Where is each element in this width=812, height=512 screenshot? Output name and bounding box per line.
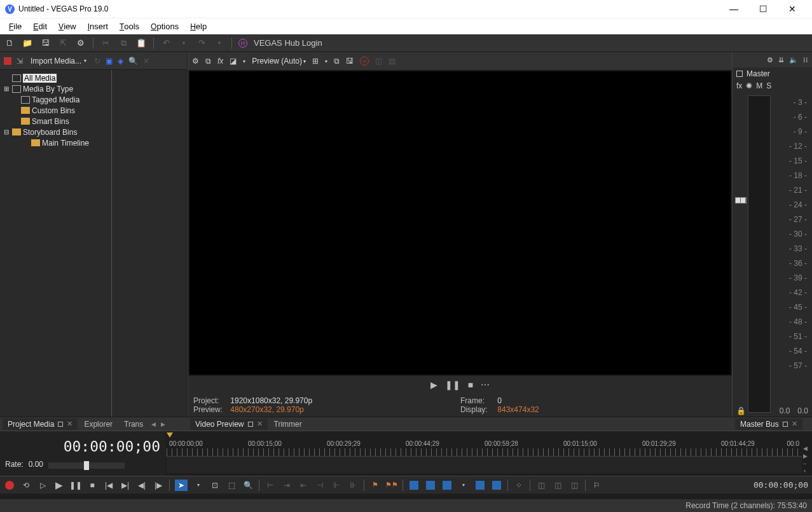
region-tool-icon[interactable]: ⚑⚑ (386, 481, 397, 489)
stop-icon[interactable]: ■ (468, 380, 473, 390)
tab-master-bus[interactable]: Master Bus ✕ (735, 419, 802, 430)
marker-tool-icon[interactable]: ⚑ (369, 481, 381, 489)
menu-file[interactable]: File (4, 20, 27, 32)
properties-icon[interactable]: ⚙ (75, 38, 86, 49)
snap-icon[interactable]: ⊢ (265, 481, 276, 490)
minimize-button[interactable]: — (719, 0, 748, 18)
rate-slider[interactable] (48, 462, 125, 469)
vegas-hub-icon[interactable]: H (238, 39, 247, 48)
master-automation-icon[interactable]: ✺ (746, 81, 752, 90)
dropdown-icon[interactable]: ▾ (325, 59, 327, 64)
save-project-icon[interactable]: 🖫 (39, 38, 51, 49)
tree-media-by-type[interactable]: ⊞ Media By Type (1, 83, 110, 94)
play-button[interactable]: ▶ (53, 480, 65, 491)
play-icon[interactable]: ▶ (430, 380, 437, 390)
tree-smart-bins[interactable]: Smart Bins (1, 116, 110, 127)
envelope-tool[interactable]: ⬚ (226, 481, 237, 490)
tree-main-timeline[interactable]: Main Timeline (1, 137, 110, 148)
play-from-start-button[interactable]: ▷ (37, 481, 48, 490)
pause-button[interactable]: ❚❚ (70, 481, 81, 490)
menu-options[interactable]: Options (146, 20, 184, 32)
color-tool-icon[interactable]: ⁘ (513, 481, 525, 490)
split-screen-icon[interactable]: ◪ (230, 57, 237, 66)
close-button[interactable]: ✕ (778, 0, 807, 18)
suspend-snap-icon[interactable]: ⊣ (314, 481, 326, 490)
blue-tool-3[interactable] (441, 481, 453, 490)
import-media-button[interactable]: Import Media... ▾ (28, 55, 89, 67)
zoom-tool[interactable]: 🔍 (242, 481, 254, 490)
expand-icon[interactable]: ⊞ (4, 85, 10, 92)
media-generators-icon[interactable]: ◈ (118, 57, 123, 66)
timeline-ruler[interactable]: 00:0 00:00:00;0000:00:15;0000:00:29;2900… (167, 439, 802, 457)
open-project-icon[interactable]: 📁 (22, 38, 33, 49)
scroll-right-icon[interactable]: ▶ (803, 453, 811, 459)
maximize-tab-icon[interactable] (58, 422, 63, 427)
close-tab-icon[interactable]: ✕ (792, 420, 797, 428)
media-fx-icon[interactable]: ▣ (106, 57, 113, 66)
menu-insert[interactable]: Insert (83, 20, 113, 32)
loop-button[interactable]: ⟲ (20, 481, 32, 490)
tool-dropdown-2[interactable]: ▾ (458, 482, 469, 488)
refresh-icon[interactable]: ↻ (94, 57, 100, 66)
tab-transitions[interactable]: Trans (119, 419, 148, 430)
scroll-left-icon[interactable]: ◀ (803, 445, 811, 452)
record-icon[interactable] (4, 57, 11, 65)
tree-tagged-media[interactable]: Tagged Media (1, 94, 110, 105)
downmix-icon[interactable]: ⇊ (778, 56, 784, 64)
record-button[interactable] (4, 481, 15, 490)
marker-row[interactable] (167, 431, 802, 439)
master-mute-button[interactable]: M (756, 81, 762, 90)
go-to-start-button[interactable]: |◀ (103, 481, 114, 490)
tab-nav-left[interactable]: ◀ (149, 421, 158, 427)
blue-tool-2[interactable] (425, 481, 436, 490)
menu-tools[interactable]: Tools (114, 20, 144, 32)
tab-nav-right[interactable]: ▶ (159, 421, 167, 427)
flag-icon[interactable]: ⚐ (591, 481, 602, 490)
maximize-button[interactable]: ☐ (748, 0, 778, 18)
tree-storyboard-bins[interactable]: ⊟ Storyboard Bins (1, 127, 110, 137)
new-project-icon[interactable]: 🗋 (4, 38, 15, 49)
video-fx-icon[interactable]: fx (217, 57, 223, 66)
stop-button[interactable]: ■ (86, 481, 98, 490)
timeline-timecode[interactable]: 00:00:00;00 (5, 438, 160, 455)
pause-icon[interactable]: ❚❚ (445, 380, 460, 390)
selection-tool[interactable]: ⊡ (209, 481, 221, 490)
vegas-hub-login[interactable]: VEGAS Hub Login (254, 38, 322, 48)
menu-edit[interactable]: Edit (28, 20, 52, 32)
grey-tool-3[interactable]: ◫ (568, 481, 580, 490)
more-icon[interactable]: ⋯ (481, 380, 490, 390)
auto-ripple-icon[interactable]: ⇥ (281, 481, 292, 490)
blue-tool-1[interactable] (408, 481, 420, 490)
previous-frame-button[interactable]: ◀| (136, 481, 148, 490)
media-grid[interactable] (112, 70, 187, 417)
timeline-tracks[interactable] (167, 457, 802, 473)
zoom-out-icon[interactable]: − (803, 460, 811, 467)
rate-thumb[interactable] (84, 461, 89, 470)
cursor-marker[interactable] (167, 432, 173, 438)
tab-trimmer[interactable]: Trimmer (269, 419, 307, 430)
next-frame-button[interactable]: |▶ (153, 481, 164, 490)
lock-envelopes-icon[interactable]: ⇤ (298, 481, 309, 490)
mixer-properties-icon[interactable]: ⚙ (767, 56, 773, 64)
vegas-icon[interactable]: V (360, 57, 369, 66)
dim-output-icon[interactable]: 🔈 (789, 56, 798, 64)
menu-help[interactable]: Help (185, 20, 212, 32)
quantize-icon[interactable]: ⊪ (347, 481, 359, 490)
menu-view[interactable]: View (53, 20, 81, 32)
go-to-end-button[interactable]: ▶| (120, 481, 131, 490)
save-snapshot-icon[interactable]: 🖫 (346, 57, 354, 66)
automation-icon[interactable]: ⊩ (331, 481, 342, 490)
media-tree[interactable]: All Media ⊞ Media By Type Tagged Media C… (0, 70, 111, 151)
tree-custom-bins[interactable]: Custom Bins (1, 105, 110, 116)
preview-viewport[interactable] (189, 71, 731, 375)
render-icon[interactable]: ⇱ (57, 38, 69, 49)
preview-quality-dropdown[interactable]: Preview (Auto) ▾ (252, 57, 306, 66)
tab-explorer[interactable]: Explorer (79, 419, 118, 430)
tab-video-preview[interactable]: Video Preview ✕ (190, 419, 268, 430)
tree-all-media[interactable]: All Media (1, 73, 110, 83)
lock-icon[interactable]: 🔒 (736, 406, 746, 415)
maximize-tab-icon[interactable] (783, 422, 788, 427)
blue-tool-5[interactable] (491, 481, 502, 490)
master-solo-button[interactable]: S (766, 81, 771, 90)
tool-dropdown[interactable]: ▾ (193, 482, 204, 488)
